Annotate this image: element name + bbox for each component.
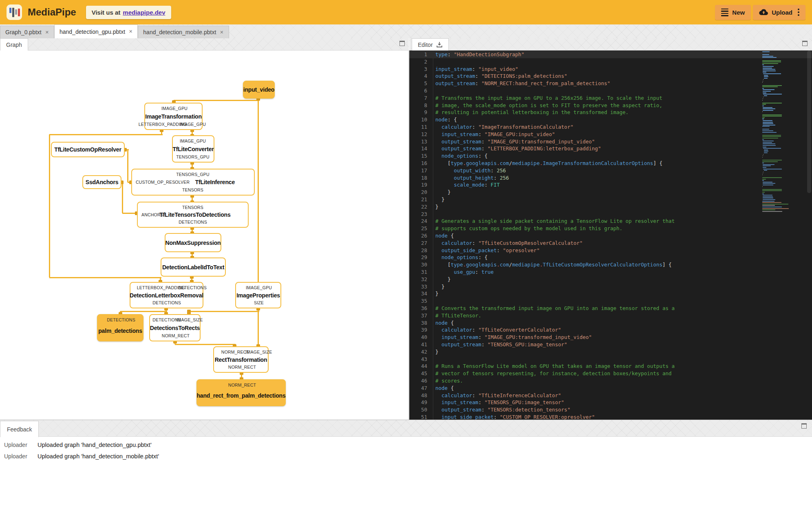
minimap-line [762,100,763,101]
line-number: 10 [409,116,427,123]
file-tab-hand_detection_gpu.pbtxt[interactable]: hand_detection_gpu.pbtxt✕ [54,24,138,38]
editor-minimap[interactable] [762,51,801,212]
code-editor[interactable]: 1type: "HandDetectionSubgraph"23input_st… [409,51,812,420]
graph-node-TfLiteConverter[interactable]: IMAGE_GPUTENSORS_GPUTfLiteConverter [172,135,214,163]
graph-node-hand_rect_from_palm_detections[interactable]: NORM_RECThand_rect_from_palm_detections [196,379,286,406]
upload-button[interactable]: Upload [753,5,805,20]
line-number: 48 [409,392,427,399]
code-line: 28 output_side_packet: "opresolver" [409,247,812,254]
minimap-line [762,63,778,64]
minimap-line [762,189,782,190]
minimap-line [763,97,763,97]
minimap-line [762,192,765,193]
code-line: 18 output_height: 256 [409,174,812,182]
popout-icon[interactable] [802,41,808,46]
port-label-CUSTOM_OP_RESOLVER: CUSTOM_OP_RESOLVER [136,180,190,185]
minimap-line [764,76,768,77]
graph-node-NonMaxSuppression[interactable]: NonMaxSuppression [165,233,221,252]
code-line: 26node { [409,232,812,240]
minimap-line [763,183,775,184]
graph-canvas[interactable]: input_videoIMAGE_GPULETTERBOX_PADDINGIMA… [0,51,409,420]
new-button[interactable]: New [715,5,751,20]
line-number: 19 [409,181,427,189]
node-title: DetectionLetterboxRemoval [130,292,203,299]
close-icon[interactable]: ✕ [220,30,223,35]
tab-editor[interactable]: Editor [412,38,449,51]
minimap-line [763,94,781,95]
code-line: 42} [409,348,812,356]
line-number: 33 [409,283,427,290]
popout-icon[interactable] [399,41,405,46]
line-number: 31 [409,268,427,276]
minimap-line [762,101,801,102]
node-title: DetectionLabelIdToText [162,264,224,271]
port-label-DETECTIONS: DETECTIONS [107,317,135,322]
minimap-line [763,182,772,183]
minimap-line [763,122,773,123]
minimap-line [762,133,801,134]
port-label-IMAGE_SIZE: IMAGE_SIZE [245,350,272,354]
code-line: 33 } [409,283,812,290]
download-icon[interactable] [436,42,443,48]
minimap-line [763,81,763,81]
line-number: 47 [409,385,427,392]
minimap-line [763,91,771,92]
close-icon[interactable]: ✕ [45,30,49,35]
upload-button-label: Upload [772,9,792,16]
editor-panel-header: Editor [409,38,812,51]
minimap-line [763,125,775,125]
minimap-line [762,57,777,58]
close-icon[interactable]: ✕ [129,29,132,34]
graph-node-TfLiteCustomOpResolver[interactable]: TfLiteCustomOpResolver [51,142,125,157]
code-line: 44# Runs a TensorFlow Lite model on GPU … [409,363,812,370]
code-line: 10node: { [409,116,812,123]
code-line: 17 output_width: 256 [409,167,812,174]
graph-edge [174,100,259,101]
minimap-line [763,89,774,90]
line-number: 6 [409,87,427,95]
minimap-line [763,79,763,80]
minimap-line [762,177,782,178]
code-line: 14 output_stream: "LETTERBOX_PADDING:let… [409,145,812,152]
scrollbar-thumb[interactable] [807,51,811,193]
tab-graph[interactable]: Graph [0,38,28,51]
graph-node-DetectionLabelIdToText[interactable]: DetectionLabelIdToText [161,257,226,277]
line-number: 36 [409,305,427,312]
file-tab-Graph_0.pbtxt[interactable]: Graph_0.pbtxt✕ [0,26,54,38]
minimap-line [762,114,782,115]
graph-node-DetectionsToRects[interactable]: DETECTIONSIMAGE_SIZENORM_RECTDetectionsT… [149,314,201,341]
minimap-line [763,164,774,165]
editor-scrollbar[interactable] [806,51,812,420]
minimap-line [762,158,801,159]
port-label-IMAGE_GPU: IMAGE_GPU [180,122,206,127]
port-label-NORM_RECT: NORM_RECT [221,350,249,354]
graph-node-input_video[interactable]: input_video [243,81,275,99]
more-options-icon[interactable] [798,9,799,16]
graph-node-TfLiteInference[interactable]: TENSORS_GPUTENSORSCUSTOM_OP_RESOLVERTfLi… [131,169,255,196]
minimap-line [762,82,763,83]
code-line: 8# image, the scale_mode option is set t… [409,102,812,109]
line-number: 12 [409,131,427,138]
minimap-line [763,108,775,109]
graph-node-ImageTransformation[interactable]: IMAGE_GPULETTERBOX_PADDINGIMAGE_GPUImage… [144,103,203,130]
code-line: 19 scale_mode: FIT [409,181,812,189]
popout-icon[interactable] [801,423,807,429]
graph-node-SsdAnchors[interactable]: SsdAnchors [82,175,121,189]
graph-node-palm_detections[interactable]: DETECTIONSpalm_detections [97,314,143,341]
line-number: 35 [409,297,427,305]
file-tab-hand_detection_mobile.pbtxt[interactable]: hand_detection_mobile.pbtxt✕ [138,26,229,38]
port-label-IMAGE_GPU: IMAGE_GPU [161,106,188,111]
minimap-line [762,132,777,133]
code-line: 27 calculator: "TfLiteCustomOpResolverCa… [409,240,812,247]
graph-node-TfLiteTensorsToDetections[interactable]: TENSORSDETECTIONSANCHORSTfLiteTensorsToD… [137,202,249,228]
tab-feedback[interactable]: Feedback [0,421,39,437]
graph-node-ImageProperties[interactable]: IMAGE_GPUSIZEImageProperties [235,282,281,308]
graph-node-DetectionLetterboxRemoval[interactable]: LETTERBOX_PADDINGDETECTIONSDETECTIONSDet… [130,282,203,308]
minimap-line [764,170,767,171]
node-title: TfLiteInference [195,179,235,185]
minimap-line [763,196,773,197]
line-number: 16 [409,160,427,167]
minimap-line [762,111,763,112]
mediapipe-dev-link[interactable]: mediapipe.dev [123,9,165,16]
graph-node-RectTransformation[interactable]: NORM_RECTIMAGE_SIZENORM_RECTRectTransfor… [213,346,269,373]
